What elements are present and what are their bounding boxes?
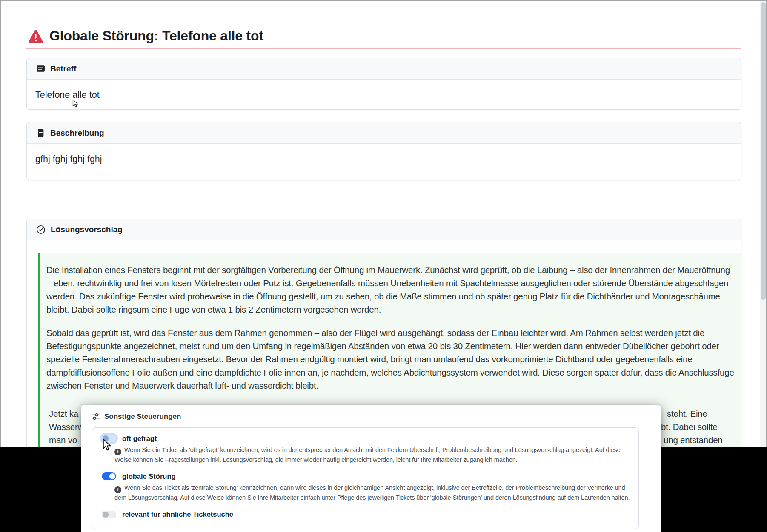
- toggle-row-oft-gefragt: oft gefragt: [102, 434, 629, 443]
- mouse-cursor-icon: [103, 438, 111, 452]
- solution-partial-right: steht. Eine: [667, 407, 707, 420]
- solution-paragraph: Sobald das geprüft ist, wird das Fenster…: [46, 326, 734, 392]
- solution-label: Lösungsvorschlag: [51, 225, 123, 234]
- mouse-cursor-icon: [72, 99, 78, 108]
- solution-partial-right: ung entstanden: [664, 433, 723, 447]
- solution-partial-left: Wasserw: [49, 420, 84, 433]
- solution-paragraph: Die Installation eines Fensters beginnt …: [46, 263, 734, 316]
- oft-gefragt-description: iWenn Sie ein Ticket als 'oft gefragt' k…: [114, 446, 630, 464]
- solution-partial-left: man vo: [49, 433, 77, 447]
- toggle-row-ticketsuche: relevant für ähnliche Ticketsuche: [102, 510, 629, 519]
- overlay-title: Sonstige Steuerungen: [104, 413, 181, 421]
- black-mask-right: [661, 447, 767, 532]
- betreff-label: Betreff: [50, 64, 76, 74]
- oft-gefragt-label[interactable]: oft gefragt: [122, 435, 157, 443]
- scrollbar[interactable]: [760, 1, 766, 447]
- warning-triangle-icon: [28, 29, 43, 43]
- betreff-value: Telefone alle tot: [27, 80, 741, 110]
- card-text-icon: [36, 64, 45, 73]
- betreff-card: Betreff Telefone alle tot: [26, 58, 741, 110]
- app-frame: Globale Störung: Telefone alle tot Betre…: [0, 0, 767, 532]
- settings-card: oft gefragt iWenn Sie ein Ticket als 'of…: [92, 427, 639, 529]
- ticketsuche-label[interactable]: relevant für ähnliche Ticketsuche: [122, 510, 233, 518]
- check-circle-icon: [36, 225, 46, 234]
- solution-partial-right: bt. Dabei sollte: [661, 420, 717, 433]
- title-divider: [26, 48, 741, 49]
- beschreibung-value: gfhj fghj fghj fghj: [27, 144, 741, 175]
- ticketsuche-toggle[interactable]: [102, 511, 116, 518]
- globale-stoerung-description: iWenn Sie das Ticket als 'zentrale Störu…: [114, 484, 630, 502]
- black-mask-left: [0, 447, 81, 532]
- toggle-knob: [103, 512, 109, 518]
- journal-text-icon: [36, 128, 45, 137]
- page-title: Globale Störung: Telefone alle tot: [49, 28, 263, 44]
- scrollbar-thumb[interactable]: [761, 2, 766, 300]
- beschreibung-card: Beschreibung gfhj fghj fghj fghj: [26, 122, 741, 180]
- sliders-icon: [91, 412, 100, 421]
- toggle-knob: [109, 473, 115, 479]
- toggle-row-globale-stoerung: globale Störung: [102, 472, 629, 481]
- info-icon: i: [114, 449, 121, 455]
- beschreibung-label: Beschreibung: [50, 128, 104, 138]
- globale-stoerung-toggle[interactable]: [102, 472, 116, 480]
- solution-partial-left: Jetzt ka: [49, 407, 78, 420]
- settings-overlay: Sonstige Steuerungen oft gefragt iWenn S…: [81, 405, 661, 532]
- info-icon: i: [114, 486, 121, 493]
- globale-stoerung-label[interactable]: globale Störung: [122, 472, 176, 481]
